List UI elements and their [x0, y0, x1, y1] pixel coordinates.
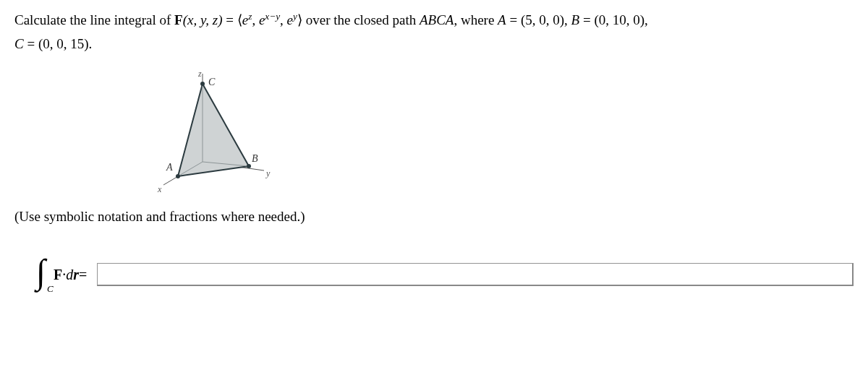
vector-field-F: F: [174, 12, 183, 27]
answer-row: ∫ C F · ddrr =: [14, 257, 854, 292]
svg-point-11: [247, 164, 251, 168]
comp3-base: e: [287, 12, 293, 27]
svg-point-12: [200, 82, 205, 86]
problem-prefix: Calculate the line integral of: [14, 12, 174, 27]
comp1-base: e: [242, 12, 248, 27]
answer-dr: ddrr: [66, 267, 79, 283]
sep1: ,: [252, 12, 259, 27]
integral-sign-icon: ∫ C: [36, 257, 54, 292]
where-text: , where: [454, 12, 498, 27]
diagram: x y z A B C: [152, 69, 275, 196]
answer-F: F: [54, 267, 62, 283]
point-C-label: C: [14, 36, 24, 51]
axis-y-label: y: [265, 168, 271, 178]
integral-expression: ∫ C F · ddrr =: [36, 257, 87, 292]
instruction-text: (Use symbolic notation and fractions whe…: [14, 209, 854, 225]
point-B-value: = (0, 10, 0),: [579, 12, 648, 27]
point-A: A: [166, 162, 173, 173]
vec-close: ⟩: [297, 12, 302, 27]
answer-eq: =: [79, 267, 87, 283]
point-A-label: A: [498, 12, 506, 27]
svg-point-10: [176, 174, 180, 178]
vec-open: ⟨: [237, 12, 242, 27]
problem-statement: Calculate the line integral of F(x, y, z…: [14, 9, 854, 55]
point-B-label: B: [571, 12, 580, 27]
sep2: ,: [280, 12, 287, 27]
axis-z-label: z: [197, 69, 202, 79]
point-B: B: [252, 153, 258, 164]
point-C-value: = (0, 0, 15).: [24, 36, 93, 51]
over-text: over the closed path: [302, 12, 420, 27]
path-name: ABCA: [420, 12, 454, 27]
svg-marker-3: [178, 84, 249, 176]
F-args: (x, y, z): [183, 12, 223, 27]
comp2-exp: x−y: [265, 11, 280, 22]
point-A-value: = (5, 0, 0),: [506, 12, 571, 27]
point-C: C: [208, 77, 216, 87]
eq-sign: =: [223, 12, 237, 27]
axis-x-label: x: [157, 184, 162, 194]
integral-sub: C: [47, 283, 54, 295]
answer-input[interactable]: [97, 263, 854, 286]
